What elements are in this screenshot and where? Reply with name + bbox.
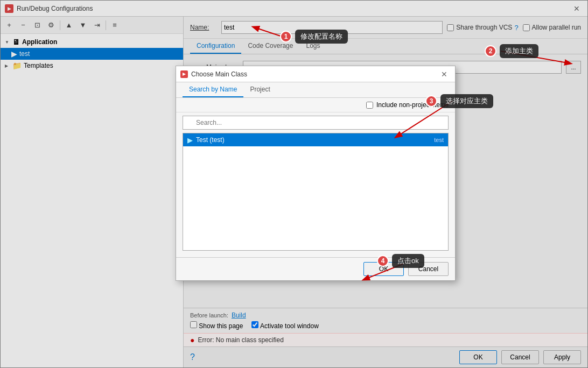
modal-tabs: Search by Name Project bbox=[176, 82, 455, 98]
modal-close-icon[interactable]: ✕ bbox=[438, 69, 451, 80]
list-item-label: Test (test) bbox=[196, 136, 431, 144]
modal-title-left: ▶ Choose Main Class bbox=[180, 70, 247, 78]
choose-main-class-dialog: ▶ Choose Main Class ✕ Search by Name Pro… bbox=[176, 66, 456, 281]
search-wrapper: 🔍 bbox=[183, 116, 449, 130]
modal-overlay: ▶ Choose Main Class ✕ Search by Name Pro… bbox=[0, 0, 588, 368]
modal-class-list: ▶ Test (test) test bbox=[183, 133, 449, 251]
modal-app-icon: ▶ bbox=[180, 70, 188, 78]
modal-tab-search-by-name[interactable]: Search by Name bbox=[183, 82, 243, 97]
include-non-project-row: Include non-project items bbox=[176, 98, 455, 112]
modal-title-text: Choose Main Class bbox=[191, 70, 247, 78]
modal-tab-project[interactable]: Project bbox=[243, 82, 276, 97]
class-icon: ▶ bbox=[187, 136, 193, 144]
list-item[interactable]: ▶ Test (test) test bbox=[183, 133, 448, 146]
include-non-project-label: Include non-project items bbox=[376, 101, 449, 109]
search-input[interactable] bbox=[183, 116, 449, 130]
modal-footer: OK Cancel bbox=[176, 257, 455, 280]
include-non-project-checkbox[interactable] bbox=[366, 102, 373, 109]
modal-cancel-button[interactable]: Cancel bbox=[408, 262, 449, 276]
modal-ok-button[interactable]: OK bbox=[363, 262, 404, 276]
modal-search-row: 🔍 bbox=[176, 112, 455, 133]
modal-title-bar: ▶ Choose Main Class ✕ bbox=[176, 66, 455, 82]
list-item-path: test bbox=[434, 137, 444, 143]
